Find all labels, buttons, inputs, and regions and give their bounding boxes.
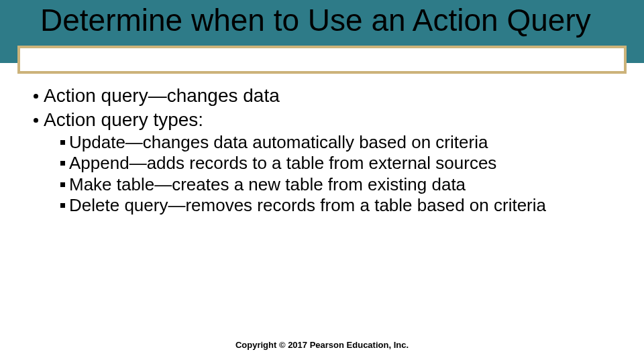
sub-bullet-list: Update—changes data automatically based …	[60, 132, 617, 216]
sub-bullet-item: Update—changes data automatically based …	[60, 132, 617, 153]
sub-bullet-text: Append—adds records to a table from exte…	[69, 153, 496, 174]
sub-bullet-text: Delete query—removes records from a tabl…	[69, 195, 546, 216]
slide-title: Determine when to Use an Action Query	[40, 4, 631, 36]
title-frame-fill	[20, 48, 624, 71]
square-bullet-icon	[60, 182, 65, 187]
bullet-dot-icon	[34, 94, 38, 99]
sub-bullet-text: Make table—creates a new table from exis…	[69, 174, 466, 195]
square-bullet-icon	[60, 161, 65, 166]
bullet-item: Action query—changes data	[34, 84, 617, 107]
sub-bullet-item: Append—adds records to a table from exte…	[60, 153, 617, 174]
bullet-item: Action query types:	[34, 109, 617, 131]
square-bullet-icon	[60, 203, 65, 208]
bullet-dot-icon	[34, 118, 38, 123]
sub-bullet-text: Update—changes data automatically based …	[69, 132, 488, 153]
square-bullet-icon	[60, 140, 65, 145]
bullet-text: Action query—changes data	[44, 84, 280, 107]
bullet-text: Action query types:	[44, 109, 203, 131]
content-body: Action query—changes data Action query t…	[34, 84, 617, 216]
sub-bullet-item: Make table—creates a new table from exis…	[60, 174, 617, 195]
copyright-footer: Copyright © 2017 Pearson Education, Inc.	[0, 340, 644, 350]
sub-bullet-item: Delete query—removes records from a tabl…	[60, 195, 617, 216]
